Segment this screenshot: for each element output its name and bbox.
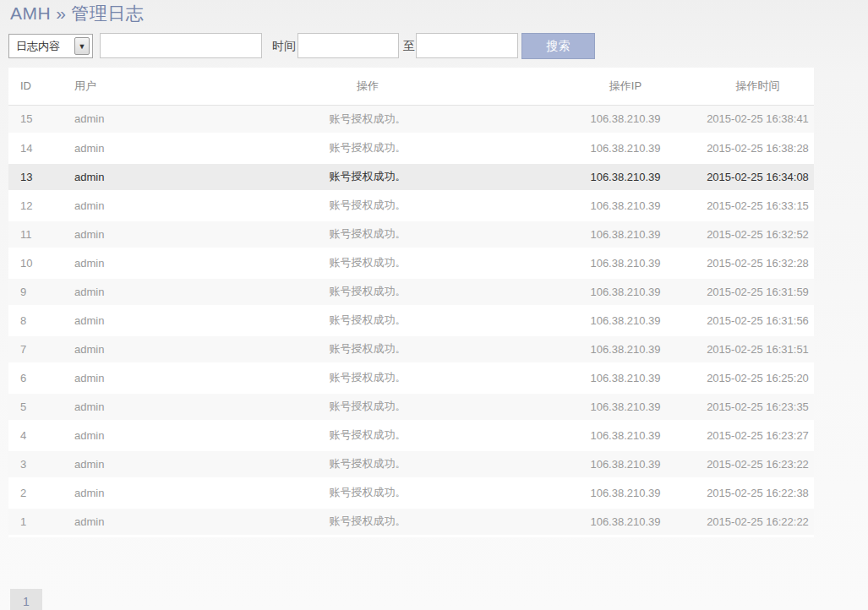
cell-action: 账号授权成功。: [186, 105, 549, 133]
log-filter-select-value: 日志内容: [9, 39, 74, 54]
cell-time: 2015-02-25 16:31:51: [701, 335, 814, 363]
cell-id: 3: [8, 449, 63, 478]
cell-id: 2: [8, 478, 63, 507]
table-row[interactable]: 14admin账号授权成功。106.38.210.392015-02-25 16…: [8, 133, 814, 162]
table-row[interactable]: 9admin账号授权成功。106.38.210.392015-02-25 16:…: [8, 277, 814, 306]
cell-ip: 106.38.210.39: [549, 220, 701, 248]
cell-time: 2015-02-25 16:22:38: [701, 478, 814, 507]
table-row[interactable]: 12admin账号授权成功。106.38.210.392015-02-25 16…: [8, 191, 814, 220]
cell-action: 账号授权成功。: [186, 133, 549, 162]
table-row[interactable]: 4admin账号授权成功。106.38.210.392015-02-25 16:…: [8, 421, 814, 449]
table-row[interactable]: 6admin账号授权成功。106.38.210.392015-02-25 16:…: [8, 363, 814, 392]
cell-time: 2015-02-25 16:38:41: [701, 105, 814, 133]
cell-id: 6: [8, 363, 63, 392]
cell-ip: 106.38.210.39: [549, 162, 701, 191]
table-row[interactable]: 11admin账号授权成功。106.38.210.392015-02-25 16…: [8, 220, 814, 248]
table-row[interactable]: 13admin账号授权成功。106.38.210.392015-02-25 16…: [8, 162, 814, 191]
log-table: ID 用户 操作 操作IP 操作时间 15admin账号授权成功。106.38.…: [8, 68, 814, 537]
pagination: 1: [10, 589, 42, 610]
cell-time: 2015-02-25 16:23:35: [701, 392, 814, 421]
column-header-action: 操作: [186, 68, 549, 105]
cell-user: admin: [63, 363, 186, 392]
cell-id: 5: [8, 392, 63, 421]
cell-action: 账号授权成功。: [186, 277, 549, 306]
table-row[interactable]: 3admin账号授权成功。106.38.210.392015-02-25 16:…: [8, 449, 814, 478]
chevron-down-icon: ▼: [74, 37, 90, 55]
cell-ip: 106.38.210.39: [549, 478, 701, 507]
log-filter-select[interactable]: 日志内容 ▼: [8, 34, 93, 58]
cell-user: admin: [63, 220, 186, 248]
cell-time: 2015-02-25 16:32:52: [701, 220, 814, 248]
table-row[interactable]: 8admin账号授权成功。106.38.210.392015-02-25 16:…: [8, 306, 814, 335]
cell-ip: 106.38.210.39: [549, 191, 701, 220]
to-label: 至: [403, 33, 415, 58]
cell-time: 2015-02-25 16:34:08: [701, 162, 814, 191]
log-table-body: 15admin账号授权成功。106.38.210.392015-02-25 16…: [8, 105, 814, 536]
cell-action: 账号授权成功。: [186, 306, 549, 335]
cell-action: 账号授权成功。: [186, 162, 549, 191]
cell-ip: 106.38.210.39: [549, 421, 701, 449]
cell-time: 2015-02-25 16:31:56: [701, 306, 814, 335]
cell-action: 账号授权成功。: [186, 449, 549, 478]
cell-action: 账号授权成功。: [186, 478, 549, 507]
cell-user: admin: [63, 335, 186, 363]
cell-ip: 106.38.210.39: [549, 133, 701, 162]
cell-id: 9: [8, 277, 63, 306]
cell-ip: 106.38.210.39: [549, 392, 701, 421]
log-table-header: ID 用户 操作 操作IP 操作时间: [8, 68, 814, 105]
cell-user: admin: [63, 162, 186, 191]
cell-action: 账号授权成功。: [186, 363, 549, 392]
time-from-input[interactable]: [298, 33, 399, 58]
cell-time: 2015-02-25 16:31:59: [701, 277, 814, 306]
table-row[interactable]: 2admin账号授权成功。106.38.210.392015-02-25 16:…: [8, 478, 814, 507]
cell-time: 2015-02-25 16:38:28: [701, 133, 814, 162]
keyword-input[interactable]: [100, 33, 262, 58]
cell-user: admin: [63, 421, 186, 449]
cell-id: 7: [8, 335, 63, 363]
cell-action: 账号授权成功。: [186, 335, 549, 363]
cell-user: admin: [63, 507, 186, 536]
cell-id: 4: [8, 421, 63, 449]
table-row[interactable]: 15admin账号授权成功。106.38.210.392015-02-25 16…: [8, 105, 814, 133]
cell-user: admin: [63, 133, 186, 162]
cell-time: 2015-02-25 16:23:27: [701, 421, 814, 449]
cell-action: 账号授权成功。: [186, 507, 549, 536]
pagination-page-1[interactable]: 1: [10, 589, 42, 610]
cell-ip: 106.38.210.39: [549, 306, 701, 335]
cell-id: 8: [8, 306, 63, 335]
cell-id: 12: [8, 191, 63, 220]
cell-id: 1: [8, 507, 63, 536]
cell-time: 2015-02-25 16:25:20: [701, 363, 814, 392]
cell-time: 2015-02-25 16:22:22: [701, 507, 814, 536]
cell-ip: 106.38.210.39: [549, 277, 701, 306]
cell-action: 账号授权成功。: [186, 220, 549, 248]
table-row[interactable]: 1admin账号授权成功。106.38.210.392015-02-25 16:…: [8, 507, 814, 536]
column-header-time: 操作时间: [701, 68, 814, 105]
cell-user: admin: [63, 277, 186, 306]
search-toolbar: 日志内容 ▼ 时间 至 搜索: [0, 0, 868, 66]
cell-ip: 106.38.210.39: [549, 507, 701, 536]
cell-id: 14: [8, 133, 63, 162]
cell-action: 账号授权成功。: [186, 392, 549, 421]
cell-id: 11: [8, 220, 63, 248]
cell-time: 2015-02-25 16:33:15: [701, 191, 814, 220]
cell-user: admin: [63, 306, 186, 335]
time-to-input[interactable]: [416, 33, 518, 58]
cell-id: 15: [8, 105, 63, 133]
table-row[interactable]: 5admin账号授权成功。106.38.210.392015-02-25 16:…: [8, 392, 814, 421]
table-row[interactable]: 10admin账号授权成功。106.38.210.392015-02-25 16…: [8, 248, 814, 277]
cell-ip: 106.38.210.39: [549, 363, 701, 392]
cell-action: 账号授权成功。: [186, 421, 549, 449]
cell-user: admin: [63, 248, 186, 277]
search-button[interactable]: 搜索: [521, 33, 595, 59]
cell-user: admin: [63, 392, 186, 421]
column-header-id: ID: [8, 68, 63, 105]
cell-id: 13: [8, 162, 63, 191]
cell-ip: 106.38.210.39: [549, 449, 701, 478]
cell-user: admin: [63, 478, 186, 507]
time-label: 时间: [272, 33, 296, 58]
cell-ip: 106.38.210.39: [549, 248, 701, 277]
table-row[interactable]: 7admin账号授权成功。106.38.210.392015-02-25 16:…: [8, 335, 814, 363]
cell-time: 2015-02-25 16:23:22: [701, 449, 814, 478]
cell-user: admin: [63, 191, 186, 220]
